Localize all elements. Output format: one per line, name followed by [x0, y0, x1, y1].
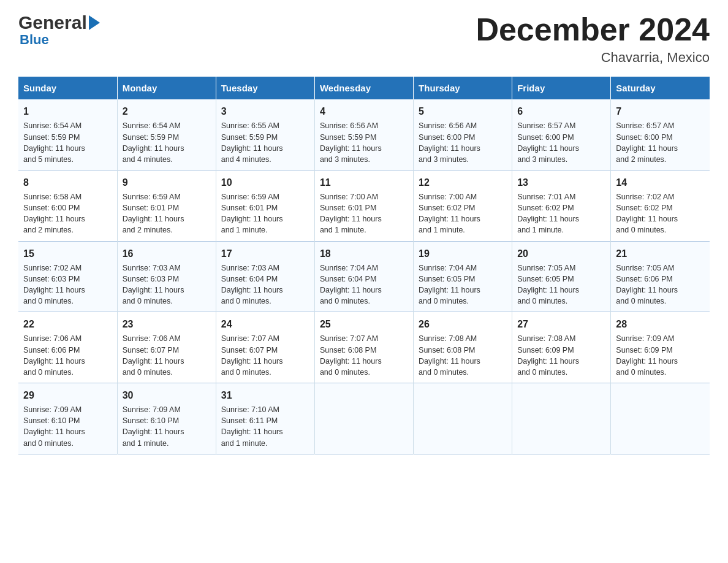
calendar-cell: 25Sunrise: 7:07 AMSunset: 6:08 PMDayligh…: [314, 312, 413, 383]
day-number: 21: [616, 247, 705, 261]
day-info: Sunrise: 7:03 AMSunset: 6:03 PMDaylight:…: [123, 262, 211, 307]
day-info: Sunrise: 7:09 AMSunset: 6:09 PMDaylight:…: [616, 333, 705, 378]
day-info: Sunrise: 7:07 AMSunset: 6:07 PMDaylight:…: [221, 333, 309, 378]
calendar-cell: 14Sunrise: 7:02 AMSunset: 6:02 PMDayligh…: [611, 170, 710, 241]
header-tuesday: Tuesday: [216, 77, 314, 99]
calendar-week-2: 8Sunrise: 6:58 AMSunset: 6:00 PMDaylight…: [18, 170, 710, 241]
calendar-cell: [414, 383, 512, 454]
day-number: 16: [123, 247, 211, 261]
calendar-cell: 9Sunrise: 6:59 AMSunset: 6:01 PMDaylight…: [117, 170, 216, 241]
calendar-cell: 26Sunrise: 7:08 AMSunset: 6:08 PMDayligh…: [414, 312, 512, 383]
day-info: Sunrise: 7:05 AMSunset: 6:05 PMDaylight:…: [517, 262, 605, 307]
calendar-cell: 23Sunrise: 7:06 AMSunset: 6:07 PMDayligh…: [117, 312, 216, 383]
calendar-cell: 31Sunrise: 7:10 AMSunset: 6:11 PMDayligh…: [216, 383, 314, 454]
day-info: Sunrise: 7:06 AMSunset: 6:06 PMDaylight:…: [23, 333, 112, 378]
day-info: Sunrise: 7:09 AMSunset: 6:10 PMDaylight:…: [123, 404, 211, 449]
header-monday: Monday: [117, 77, 216, 99]
calendar-body: 1Sunrise: 6:54 AMSunset: 5:59 PMDaylight…: [18, 99, 710, 454]
day-info: Sunrise: 7:02 AMSunset: 6:03 PMDaylight:…: [23, 262, 112, 307]
day-info: Sunrise: 7:07 AMSunset: 6:08 PMDaylight:…: [320, 333, 408, 378]
day-info: Sunrise: 6:58 AMSunset: 6:00 PMDaylight:…: [23, 191, 112, 236]
day-info: Sunrise: 6:54 AMSunset: 5:59 PMDaylight:…: [123, 120, 211, 165]
calendar-cell: 20Sunrise: 7:05 AMSunset: 6:05 PMDayligh…: [512, 241, 611, 312]
calendar-cell: 3Sunrise: 6:55 AMSunset: 5:59 PMDaylight…: [216, 99, 314, 170]
calendar-header: Sunday Monday Tuesday Wednesday Thursday…: [18, 77, 710, 99]
calendar-cell: 19Sunrise: 7:04 AMSunset: 6:05 PMDayligh…: [414, 241, 512, 312]
header-saturday: Saturday: [611, 77, 710, 99]
day-info: Sunrise: 7:08 AMSunset: 6:08 PMDaylight:…: [419, 333, 507, 378]
day-number: 13: [517, 175, 605, 190]
calendar-cell: 10Sunrise: 6:59 AMSunset: 6:01 PMDayligh…: [216, 170, 314, 241]
calendar-cell: 11Sunrise: 7:00 AMSunset: 6:01 PMDayligh…: [314, 170, 413, 241]
day-number: 22: [23, 317, 112, 331]
day-info: Sunrise: 7:01 AMSunset: 6:02 PMDaylight:…: [517, 191, 605, 236]
day-number: 20: [517, 247, 605, 261]
day-number: 23: [123, 317, 211, 331]
header-friday: Friday: [512, 77, 611, 99]
page-header: General Blue December 2024 Chavarria, Me…: [18, 12, 710, 66]
calendar-cell: 4Sunrise: 6:56 AMSunset: 5:59 PMDaylight…: [314, 99, 413, 170]
calendar-cell: 8Sunrise: 6:58 AMSunset: 6:00 PMDaylight…: [18, 170, 117, 241]
calendar-cell: 28Sunrise: 7:09 AMSunset: 6:09 PMDayligh…: [611, 312, 710, 383]
day-number: 28: [616, 317, 705, 331]
day-number: 26: [419, 317, 507, 331]
day-info: Sunrise: 7:02 AMSunset: 6:02 PMDaylight:…: [616, 191, 705, 236]
day-info: Sunrise: 6:59 AMSunset: 6:01 PMDaylight:…: [221, 191, 309, 236]
calendar-cell: 15Sunrise: 7:02 AMSunset: 6:03 PMDayligh…: [18, 241, 117, 312]
day-number: 19: [419, 247, 507, 261]
calendar-cell: 30Sunrise: 7:09 AMSunset: 6:10 PMDayligh…: [117, 383, 216, 454]
day-number: 25: [320, 317, 408, 331]
day-number: 27: [517, 317, 605, 331]
day-number: 6: [517, 104, 605, 118]
day-info: Sunrise: 6:56 AMSunset: 6:00 PMDaylight:…: [419, 120, 507, 165]
day-number: 4: [320, 104, 408, 118]
calendar-cell: 17Sunrise: 7:03 AMSunset: 6:04 PMDayligh…: [216, 241, 314, 312]
calendar-cell: [314, 383, 413, 454]
calendar-cell: 16Sunrise: 7:03 AMSunset: 6:03 PMDayligh…: [117, 241, 216, 312]
header-sunday: Sunday: [18, 77, 117, 99]
day-number: 8: [23, 175, 112, 190]
calendar-cell: 24Sunrise: 7:07 AMSunset: 6:07 PMDayligh…: [216, 312, 314, 383]
calendar-cell: 21Sunrise: 7:05 AMSunset: 6:06 PMDayligh…: [611, 241, 710, 312]
logo-arrow-icon: [89, 15, 100, 30]
day-number: 15: [23, 247, 112, 261]
calendar-week-1: 1Sunrise: 6:54 AMSunset: 5:59 PMDaylight…: [18, 99, 710, 170]
day-number: 14: [616, 175, 705, 190]
day-number: 24: [221, 317, 309, 331]
day-number: 7: [616, 104, 705, 118]
day-number: 10: [221, 175, 309, 190]
day-info: Sunrise: 7:10 AMSunset: 6:11 PMDaylight:…: [221, 404, 309, 449]
day-info: Sunrise: 7:09 AMSunset: 6:10 PMDaylight:…: [23, 404, 112, 449]
day-info: Sunrise: 7:06 AMSunset: 6:07 PMDaylight:…: [123, 333, 211, 378]
day-number: 1: [23, 104, 112, 118]
logo-blue-text: Blue: [20, 32, 49, 48]
day-number: 31: [221, 388, 309, 402]
day-number: 5: [419, 104, 507, 118]
calendar-week-3: 15Sunrise: 7:02 AMSunset: 6:03 PMDayligh…: [18, 241, 710, 312]
header-thursday: Thursday: [414, 77, 512, 99]
logo-general-text: General: [18, 12, 87, 33]
calendar-table: Sunday Monday Tuesday Wednesday Thursday…: [18, 77, 710, 454]
calendar-cell: 1Sunrise: 6:54 AMSunset: 5:59 PMDaylight…: [18, 99, 117, 170]
calendar-cell: 13Sunrise: 7:01 AMSunset: 6:02 PMDayligh…: [512, 170, 611, 241]
calendar-week-4: 22Sunrise: 7:06 AMSunset: 6:06 PMDayligh…: [18, 312, 710, 383]
day-info: Sunrise: 7:00 AMSunset: 6:02 PMDaylight:…: [419, 191, 507, 236]
calendar-cell: [512, 383, 611, 454]
logo: General Blue: [18, 12, 100, 48]
day-info: Sunrise: 6:56 AMSunset: 5:59 PMDaylight:…: [320, 120, 408, 165]
calendar-cell: 12Sunrise: 7:00 AMSunset: 6:02 PMDayligh…: [414, 170, 512, 241]
day-info: Sunrise: 7:05 AMSunset: 6:06 PMDaylight:…: [616, 262, 705, 307]
calendar-cell: 2Sunrise: 6:54 AMSunset: 5:59 PMDaylight…: [117, 99, 216, 170]
day-info: Sunrise: 6:57 AMSunset: 6:00 PMDaylight:…: [517, 120, 605, 165]
day-info: Sunrise: 6:55 AMSunset: 5:59 PMDaylight:…: [221, 120, 309, 165]
title-block: December 2024 Chavarria, Mexico: [476, 12, 710, 66]
calendar-cell: 6Sunrise: 6:57 AMSunset: 6:00 PMDaylight…: [512, 99, 611, 170]
day-number: 3: [221, 104, 309, 118]
day-number: 11: [320, 175, 408, 190]
page-subtitle: Chavarria, Mexico: [476, 50, 710, 66]
day-number: 30: [123, 388, 211, 402]
day-number: 18: [320, 247, 408, 261]
header-wednesday: Wednesday: [314, 77, 413, 99]
header-row: Sunday Monday Tuesday Wednesday Thursday…: [18, 77, 710, 99]
day-info: Sunrise: 7:04 AMSunset: 6:05 PMDaylight:…: [419, 262, 507, 307]
